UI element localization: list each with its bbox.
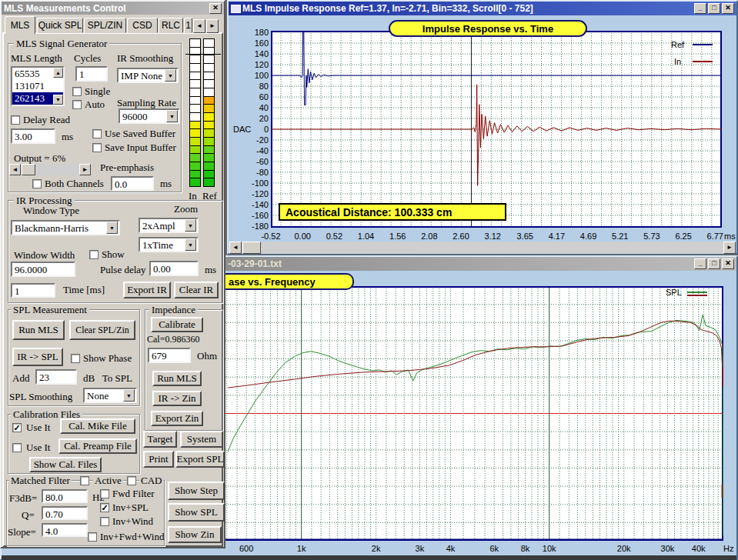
ir-to-spl-button[interactable]: IR -> SPL [12, 348, 63, 366]
maximize-icon[interactable]: □ [708, 3, 720, 14]
show-cal-files-button[interactable]: Show Cal. Files [29, 457, 102, 472]
pre-emphasis-input[interactable]: 0.0 [111, 176, 154, 191]
clear-ir-button[interactable]: Clear IR [174, 282, 219, 298]
tab-label: 1 [185, 20, 191, 31]
impulse-banner-text: Impulse Response vs. Time [422, 23, 553, 35]
tab-scroll-left-icon[interactable]: ◄ [193, 19, 205, 33]
x-tick-label: 4.69 [576, 232, 601, 241]
print-button[interactable]: Print [143, 451, 174, 468]
pulse-delay-input[interactable]: 0.00 [149, 261, 199, 276]
dropdown-icon[interactable]: ▼ [123, 389, 135, 402]
q-input[interactable]: 0.70 [42, 506, 88, 520]
impedance-group-title: Impedance [149, 304, 198, 315]
impulse-window-titlebar[interactable]: MLS Impulse Response Ref=1.37, In=-2.71,… [229, 2, 736, 15]
calibrate-button[interactable]: Calibrate [151, 317, 203, 332]
export-ir-button[interactable]: Export IR [123, 282, 171, 298]
tab-rlc[interactable]: RLC [159, 18, 183, 33]
tab-csd[interactable]: CSD [127, 18, 158, 33]
clear-spl-zin-button[interactable]: Clear SPL/Zin [69, 320, 135, 340]
use-saved-buffer-checkbox[interactable] [92, 129, 102, 138]
f3db-input[interactable]: 80.0 [42, 489, 88, 503]
show-zin-button[interactable]: Show Zin [168, 526, 222, 543]
close-icon[interactable]: ✕ [722, 258, 734, 269]
list-scroll-down-icon[interactable]: ▼ [53, 95, 63, 105]
spl-window-titlebar[interactable]: -03-29-01.txt _ □ ✕ [225, 257, 736, 271]
show-phase-checkbox[interactable] [71, 354, 80, 363]
slider-thumb[interactable] [22, 164, 35, 175]
meter-segment [190, 88, 200, 97]
system-button[interactable]: System [180, 431, 223, 448]
run-mls-button[interactable]: Run MLS [12, 320, 65, 340]
dropdown-icon[interactable]: ▼ [166, 110, 178, 122]
impulse-h-scrollbar[interactable]: ◄ ► [229, 242, 736, 254]
spl-window-bottom-edge [2, 555, 736, 560]
export-spl-button[interactable]: Export SPL [175, 451, 225, 468]
y-tick-label: 180 [239, 28, 269, 37]
window-type-select[interactable]: Blackmann-Harris [11, 220, 120, 235]
tab-mls[interactable]: MLS [5, 16, 35, 34]
delay-input[interactable]: 3.00 [11, 128, 55, 144]
impulse-chart-plot[interactable]: Ref In Acoustical Distance: 100.333 cm [271, 31, 722, 228]
x-tick-label: 2.60 [449, 232, 473, 241]
inv-wind-checkbox[interactable] [100, 517, 109, 526]
time-input[interactable]: 1 [11, 283, 55, 298]
tab-partial[interactable]: 1 [184, 18, 192, 33]
list-item[interactable]: 131071 [12, 80, 63, 92]
dropdown-icon[interactable]: ▼ [165, 69, 176, 82]
spl-chart-banner: ase vs. Frequency [225, 273, 354, 290]
single-checkbox[interactable] [72, 87, 82, 96]
export-zin-button[interactable]: Export Zin [151, 411, 203, 426]
delay-read-checkbox[interactable] [11, 115, 20, 125]
auto-checkbox[interactable] [72, 100, 82, 109]
impedance-run-mls-button[interactable]: Run MLS [152, 371, 202, 386]
add-db-input[interactable]: 23 [35, 369, 77, 385]
slider-right-icon[interactable]: ► [79, 164, 91, 175]
both-channels-checkbox[interactable] [32, 179, 42, 188]
use-preamp-cal-checkbox[interactable] [12, 443, 22, 452]
ohm-input[interactable]: 679 [148, 348, 191, 363]
show-step-button[interactable]: Show Step [168, 482, 225, 500]
cal-mike-file-button[interactable]: Cal. Mike File [60, 418, 135, 434]
panel-titlebar[interactable]: MLS Measurements Control ✕ [2, 2, 224, 15]
slider-left-icon[interactable]: ◄ [9, 164, 21, 175]
scrollbar-track[interactable] [242, 242, 723, 254]
active-checkbox[interactable] [80, 476, 89, 485]
dropdown-icon[interactable]: ▼ [106, 222, 118, 234]
x-tick-label: 20k [613, 544, 635, 553]
cal-preamp-file-button[interactable]: Cal. Preamp File [58, 438, 137, 454]
scrollbar-thumb[interactable] [242, 242, 261, 254]
meter-segment [190, 64, 200, 72]
show-window-checkbox[interactable] [89, 250, 99, 259]
meter-segment [190, 178, 200, 186]
fwd-filter-checkbox[interactable] [100, 489, 109, 498]
list-scroll-up-icon[interactable]: ▲ [53, 68, 63, 78]
tab-scroll-right-icon[interactable]: ► [206, 19, 219, 33]
close-icon[interactable]: ✕ [722, 3, 734, 14]
close-icon[interactable]: ✕ [209, 3, 222, 14]
scroll-left-icon[interactable]: ◄ [229, 242, 242, 254]
legend-ref-label: Ref [671, 40, 684, 49]
slope-input[interactable]: 4.0 [42, 523, 88, 537]
use-mike-cal-checkbox[interactable]: ✓ [12, 423, 22, 432]
cad-checkbox[interactable] [127, 476, 136, 485]
inv-spl-checkbox[interactable]: ✓ [100, 503, 109, 512]
tab-spl-zin[interactable]: SPL/ZIN [84, 18, 126, 33]
impulse-chart-banner: Impulse Response vs. Time [389, 20, 587, 37]
output-slider[interactable]: ◄ ► [9, 164, 91, 175]
dropdown-icon[interactable]: ▼ [185, 219, 196, 232]
minimize-icon[interactable]: _ [694, 3, 706, 14]
tab-quick-spl[interactable]: Quick SPL [37, 18, 83, 33]
dropdown-icon[interactable]: ▼ [185, 238, 196, 251]
ir-to-zin-button[interactable]: IR -> Zin [152, 391, 202, 406]
target-button[interactable]: Target [143, 431, 177, 448]
maximize-icon[interactable]: □ [708, 258, 720, 269]
cycles-input[interactable]: 1 [75, 66, 108, 82]
scroll-right-icon[interactable]: ► [723, 242, 736, 254]
window-width-input[interactable]: 96.0000 [11, 262, 75, 277]
show-spl-button[interactable]: Show SPL [168, 503, 225, 522]
sampling-rate-label: Sampling Rate [117, 97, 176, 108]
minimize-icon[interactable]: _ [694, 258, 706, 269]
inv-fwd-wind-checkbox[interactable] [88, 532, 97, 542]
save-input-buffer-checkbox[interactable] [92, 143, 102, 152]
ref-level-meter [203, 38, 215, 187]
